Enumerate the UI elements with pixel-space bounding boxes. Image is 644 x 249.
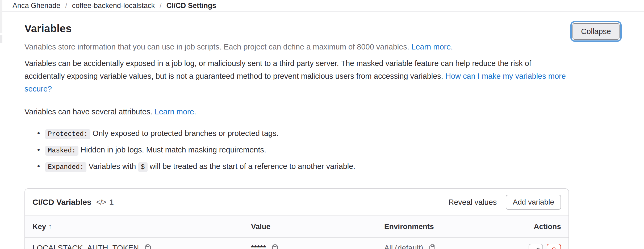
learn-more-link[interactable]: Learn more. — [411, 43, 453, 51]
cicd-settings-page: Anca Ghenade / coffee-backend-localstack… — [0, 0, 644, 249]
protected-code-token: Protected: — [45, 129, 90, 139]
intro-text: Variables store information that you can… — [24, 43, 409, 51]
key-cell: LOCALSTACK_AUTH_TOKEN LocalStack Auth To… — [32, 244, 251, 249]
value-cell: ***** — [251, 244, 384, 249]
dollar-code-token: $ — [138, 162, 148, 172]
breadcrumb-link-namespace[interactable]: Anca Ghenade — [12, 2, 60, 10]
collapse-button[interactable]: Collapse — [572, 23, 620, 40]
left-edge-decoration — [0, 35, 2, 43]
attributes-list: Protected: Only exposed to protected bra… — [37, 127, 569, 173]
delete-variable-button[interactable] — [547, 244, 561, 249]
attributes-learn-more-link[interactable]: Learn more. — [155, 107, 196, 116]
trash-icon — [550, 247, 558, 249]
masked-code-token: Masked: — [45, 146, 78, 156]
table-header-row: Key↑ Value Environments Actions — [25, 215, 568, 238]
masked-description: Hidden in job logs. Must match masking r… — [81, 146, 266, 154]
breadcrumb: Anca Ghenade / coffee-backend-localstack… — [0, 0, 644, 12]
clipboard-copy-icon — [271, 244, 279, 249]
attributes-intro-text: Variables can have several attributes. — [24, 107, 152, 116]
variables-section: Variables Variables store information th… — [0, 12, 644, 249]
copy-key-button[interactable] — [144, 244, 152, 249]
breadcrumb-link-project[interactable]: coffee-backend-localstack — [72, 2, 155, 10]
expanded-description-before: Variables with — [89, 162, 136, 171]
card-header: CI/CD Variables </> 1 Reveal values Add … — [25, 189, 568, 215]
breadcrumb-current-page: CI/CD Settings — [166, 2, 216, 10]
copy-environments-button[interactable] — [428, 244, 437, 249]
add-variable-button[interactable]: Add variable — [506, 195, 561, 210]
column-header-environments: Environments — [384, 222, 534, 231]
variable-environments: All (default) — [384, 244, 423, 249]
variables-intro-text: Variables store information that you can… — [24, 40, 569, 53]
variables-section-actions: Collapse — [572, 19, 620, 40]
list-item-protected: Protected: Only exposed to protected bra… — [37, 127, 569, 140]
environments-cell: All (default) — [384, 244, 529, 249]
copy-value-button[interactable] — [271, 244, 279, 249]
pencil-icon — [532, 247, 540, 249]
expanded-code-token: Expanded: — [45, 162, 86, 172]
protected-description: Only exposed to protected branches or pr… — [93, 129, 279, 138]
list-item-masked: Masked: Hidden in job logs. Must match m… — [37, 144, 569, 157]
column-header-key[interactable]: Key↑ — [32, 222, 251, 231]
column-header-value: Value — [251, 222, 384, 231]
card-header-actions: Reveal values Add variable — [448, 195, 561, 210]
clipboard-copy-icon — [144, 244, 152, 249]
card-title: CI/CD Variables — [32, 198, 91, 207]
variable-key: LOCALSTACK_AUTH_TOKEN — [32, 244, 139, 249]
key-header-label: Key — [32, 222, 46, 231]
variables-section-body: Variables Variables store information th… — [24, 19, 569, 249]
clipboard-copy-icon — [428, 244, 437, 249]
edit-variable-button[interactable] — [529, 244, 543, 249]
breadcrumb-separator: / — [65, 2, 67, 10]
column-header-actions: Actions — [534, 222, 561, 231]
list-item-expanded: Expanded: Variables with $ will be treat… — [37, 160, 569, 173]
page-title: Variables — [24, 23, 569, 35]
expanded-description-after: will be treated as the start of a refere… — [150, 162, 356, 171]
sort-ascending-icon: ↑ — [48, 222, 52, 231]
variables-attributes-intro: Variables can have several attributes. L… — [24, 105, 569, 118]
table-row: LOCALSTACK_AUTH_TOKEN LocalStack Auth To… — [25, 238, 568, 249]
reveal-values-button[interactable]: Reveal values — [448, 198, 497, 207]
variable-masked-value: ***** — [251, 244, 266, 249]
variables-warning-text: Variables can be accidentally exposed in… — [24, 57, 569, 95]
variables-count-badge: 1 — [109, 198, 114, 207]
code-icon: </> — [96, 198, 106, 206]
cicd-variables-card: CI/CD Variables </> 1 Reveal values Add … — [24, 188, 569, 249]
breadcrumb-separator: / — [160, 2, 162, 10]
left-edge-decoration — [0, 0, 2, 33]
actions-cell — [529, 244, 561, 249]
